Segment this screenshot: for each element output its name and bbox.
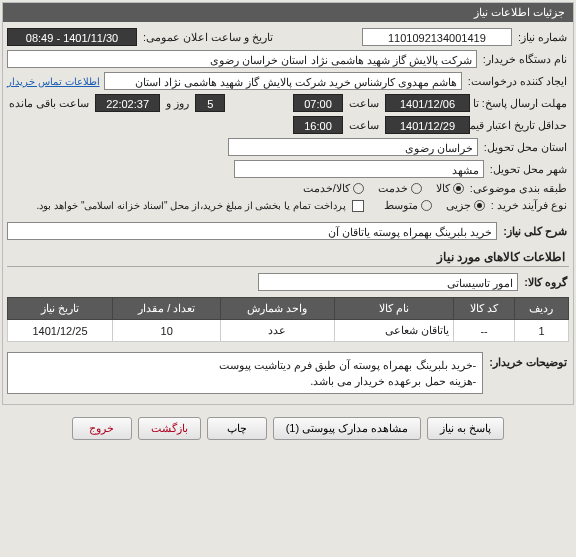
pay-note: پرداخت تمام یا بخشی از مبلغ خرید،از محل …: [35, 200, 348, 211]
radio-dot-icon: [421, 200, 432, 211]
need-details-panel: جزئیات اطلاعات نیاز شماره نیاز: 11010921…: [2, 2, 574, 405]
th-row: ردیف: [514, 298, 568, 320]
panel-body: شماره نیاز: 1101092134001419 تاریخ و ساع…: [3, 22, 573, 404]
province-label: استان محل تحویل:: [482, 141, 569, 154]
time-label-2: ساعت: [347, 119, 381, 132]
items-table: ردیف کد کالا نام کالا واحد شمارش تعداد /…: [7, 297, 569, 342]
purchase-type-radios: جزیی متوسط: [384, 199, 485, 212]
respond-button[interactable]: پاسخ به نیاز: [427, 417, 504, 440]
announce-value: 1401/11/30 - 08:49: [7, 28, 137, 46]
print-button[interactable]: چاپ: [207, 417, 267, 440]
radio-medium-label: متوسط: [384, 199, 418, 212]
day-and-label: روز و: [164, 97, 191, 110]
back-button[interactable]: بازگشت: [138, 417, 201, 440]
requester-value: هاشم مهدوی کارشناس خرید شرکت پالایش گاز …: [104, 72, 462, 90]
requester-label: ایجاد کننده درخواست:: [466, 75, 569, 88]
province-value: خراسان رضوی: [228, 138, 478, 156]
purchase-type-label: نوع فرآیند خرید :: [489, 199, 569, 212]
need-desc-value: خرید بلبرینگ بهمراه پوسته یاتاقان آن: [7, 222, 497, 240]
need-desc-label: شرح کلی نیاز:: [501, 225, 569, 238]
remaining-label: ساعت باقی مانده: [7, 97, 91, 110]
need-no-value: 1101092134001419: [362, 28, 512, 46]
radio-goods-service[interactable]: کالا/خدمت: [303, 182, 364, 195]
buyer-org-label: نام دستگاه خریدار:: [481, 53, 569, 66]
radio-goods-service-label: کالا/خدمت: [303, 182, 350, 195]
cell-qty: 10: [112, 320, 220, 342]
price-valid-time: 16:00: [293, 116, 343, 134]
radio-goods-label: کالا: [436, 182, 450, 195]
th-code: کد کالا: [454, 298, 515, 320]
radio-medium[interactable]: متوسط: [384, 199, 432, 212]
contact-link[interactable]: اطلاعات تماس خریدار: [7, 76, 100, 87]
time-label-1: ساعت: [347, 97, 381, 110]
group-value: امور تاسیساتی: [258, 273, 518, 291]
send-deadline-label: مهلت ارسال پاسخ: تا تاریخ:: [474, 97, 569, 110]
radio-dot-icon: [353, 183, 364, 194]
treasury-checkbox[interactable]: [352, 200, 364, 212]
items-section-title: اطلاعات کالاهای مورد نیاز: [7, 244, 569, 267]
buyer-notes-label: توضیحات خریدار:: [487, 352, 569, 369]
send-deadline-date: 1401/12/06: [385, 94, 470, 112]
send-deadline-time: 07:00: [293, 94, 343, 112]
th-name: نام کالا: [334, 298, 454, 320]
city-value: مشهد: [234, 160, 484, 178]
button-row: پاسخ به نیاز مشاهده مدارک پیوستی (1) چاپ…: [0, 407, 576, 446]
announce-label: تاریخ و ساعت اعلان عمومی:: [141, 31, 275, 44]
radio-small-label: جزیی: [446, 199, 471, 212]
attachments-button[interactable]: مشاهده مدارک پیوستی (1): [273, 417, 422, 440]
city-label: شهر محل تحویل:: [488, 163, 569, 176]
category-radios: کالا خدمت کالا/خدمت: [303, 182, 464, 195]
th-unit: واحد شمارش: [221, 298, 334, 320]
radio-dot-icon: [411, 183, 422, 194]
exit-button[interactable]: خروج: [72, 417, 132, 440]
radio-goods[interactable]: کالا: [436, 182, 464, 195]
radio-service-label: خدمت: [378, 182, 408, 195]
cell-name: یاتاقان شعاعی: [334, 320, 454, 342]
buyer-notes-box: -خرید بلبرینگ بهمراه پوسته آن طبق فرم دی…: [7, 352, 483, 394]
cell-unit: عدد: [221, 320, 334, 342]
panel-title: جزئیات اطلاعات نیاز: [3, 3, 573, 22]
group-label: گروه کالا:: [522, 276, 569, 289]
cell-date: 1401/12/25: [8, 320, 113, 342]
price-valid-date: 1401/12/29: [385, 116, 470, 134]
th-qty: تعداد / مقدار: [112, 298, 220, 320]
need-no-label: شماره نیاز:: [516, 31, 569, 44]
th-date: تاریخ نیاز: [8, 298, 113, 320]
radio-small[interactable]: جزیی: [446, 199, 485, 212]
radio-service[interactable]: خدمت: [378, 182, 422, 195]
price-valid-label: حداقل تاریخ اعتبار قیمت: تا تاریخ:: [474, 119, 569, 132]
radio-dot-icon: [453, 183, 464, 194]
table-row: 1 -- یاتاقان شعاعی عدد 10 1401/12/25: [8, 320, 569, 342]
buyer-note-line1: -خرید بلبرینگ بهمراه پوسته آن طبق فرم دی…: [14, 357, 476, 373]
radio-dot-icon: [474, 200, 485, 211]
cell-code: --: [454, 320, 515, 342]
remaining-time: 22:02:37: [95, 94, 160, 112]
category-label: طبقه بندی موضوعی:: [468, 182, 569, 195]
buyer-note-line2: -هزینه حمل برعهده خریدار می باشد.: [14, 373, 476, 389]
buyer-org-value: شرکت پالایش گاز شهید هاشمی نژاد استان خر…: [7, 50, 477, 68]
cell-row: 1: [514, 320, 568, 342]
days-value: 5: [195, 94, 225, 112]
